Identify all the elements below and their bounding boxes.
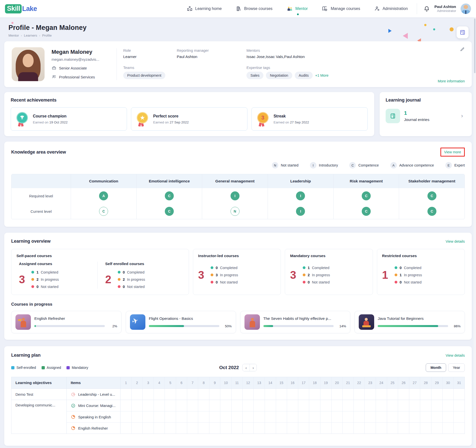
completed-stat: 0Completed [211,266,238,270]
journal-chevron-button[interactable]: › [458,112,466,120]
plan-day-cell [132,389,143,400]
journal-title: Learning journal [386,98,466,103]
legend-introductory: IIntroductory [310,162,338,168]
required-level-row: Required level A C I I C C [11,188,465,204]
day-column-header: 23 [365,377,376,389]
plan-day-cell [365,423,376,434]
plan-day-cell [198,389,209,400]
day-column-header: 11 [232,377,243,389]
achievement-perfect-score[interactable]: ★ Perfect score Earned on 27 Sep 2022 [131,107,247,131]
page-scrollbar[interactable] [474,17,476,448]
more-information-link[interactable]: More information [438,79,465,83]
next-month-button[interactable]: › [250,364,257,371]
nav-administration[interactable]: Administration [374,6,408,12]
day-column-header: 8 [198,377,209,389]
header-journal-button[interactable] [457,26,469,38]
not-started-stat: 0Not started [303,280,330,284]
course-card-seven-habits[interactable]: The Seven Habits of highly effective p..… [240,311,351,333]
notification-bell-icon[interactable] [423,5,430,12]
plan-day-cell [409,389,420,400]
more-tags-link[interactable]: +1 More [315,73,329,77]
earned-date: 27 Sep 2022 [170,120,189,124]
level-badge: C [362,191,371,200]
self-enrolled-courses-group: Self enrolled courses 2 0Completed 2In p… [97,262,183,289]
not-started-dot [118,285,120,288]
course-name: English Refresher [34,316,117,321]
plan-day-cell [120,423,132,434]
course-card-english-refresher[interactable]: English Refresher 2% [11,311,121,333]
plan-day-cell [332,423,343,434]
plan-day-cell [309,411,320,422]
assigned-courses-group: Assigned courses 3 1Completed 2In progre… [16,262,97,289]
plan-day-cell [154,389,165,400]
assigned-total: 3 [19,273,25,286]
course-thumbnail [15,314,31,330]
level-badge: I [296,191,305,200]
confetti-dot [11,22,13,24]
day-column-header: 7 [187,377,198,389]
day-column-header: 16 [287,377,298,389]
month-toggle-button[interactable]: Month [426,363,446,372]
year-toggle-button[interactable]: Year [448,363,465,372]
journal-entries-label: Journal entries [404,117,429,122]
nav-mentor[interactable]: Mentor [287,6,308,12]
teams-label: Teams [123,65,177,70]
plan-day-cell [187,389,198,400]
achievement-course-champion[interactable]: Course champion Earned on 19 Oct 2022 [11,107,127,131]
plan-day-cell [298,423,309,434]
day-column-header: 15 [276,377,287,389]
nav-label: Administration [383,6,408,11]
nav-browse-courses[interactable]: Browse courses [236,6,273,12]
plan-item-mini-course[interactable]: Mini Course: Managi... [67,400,120,411]
learning-plan-view-details[interactable]: View details [446,353,465,357]
prev-month-button[interactable]: ‹ [243,364,250,371]
user-meta[interactable]: Paul Ashton Administrator [434,4,456,13]
level-badge: N [231,207,239,216]
breadcrumb-separator: › [39,34,40,37]
scrollbar-thumb[interactable] [474,18,476,73]
day-column-header: 12 [243,377,254,389]
plan-item-leadership[interactable]: Leadership - Level u... [67,389,120,400]
plan-header-row: Learning objectives Items 12345678910111… [11,377,465,389]
nav-manage-courses[interactable]: Manage courses [322,6,360,12]
day-column-header: 20 [332,377,343,389]
course-card-flight-operations[interactable]: ✈ Flight Operations - Basics 50% [126,311,236,333]
day-column-header: 6 [176,377,187,389]
recent-achievements-card: Recent achievements Course champion Earn… [4,92,374,136]
breadcrumb-mentor[interactable]: Mentor [8,34,19,37]
earned-on-label: Earned on [274,120,289,124]
skilllake-logo[interactable]: Skill Lake [5,4,37,13]
plan-item-english-refresher[interactable]: English Refresher [67,423,120,434]
achievement-streak[interactable]: 3 Streak Earned on 27 Sep 2022 [251,107,368,131]
level-badge: C [165,191,174,200]
month-year-toggle: Month Year [426,363,465,372]
plan-day-cell [443,389,454,400]
view-more-annotation-box: View more [440,148,465,157]
view-more-link[interactable]: View more [444,150,461,154]
plan-subrow: English Refresher [67,422,465,434]
column-leadership: Leadership [268,174,333,188]
level-badge: A [99,191,108,200]
plan-day-cell [298,411,309,422]
in-progress-dot [303,274,305,276]
plan-day-cell [398,411,409,422]
department-icon [52,74,57,79]
learning-overview-view-details[interactable]: View details [446,239,465,243]
plan-day-cell [198,411,209,422]
day-column-header: 1 [120,377,132,389]
plan-day-cell [220,400,232,411]
plan-item-speaking-in-english[interactable]: Speaking in English [67,411,120,422]
plan-day-cell [187,411,198,422]
manager-value: Paul Ashton [177,55,246,59]
plan-day-cell [220,389,232,400]
knowledge-area-card: Knowledge area overview View more NNot s… [4,142,472,227]
plan-day-cell [165,423,176,434]
level-badge: C [99,207,108,216]
course-card-java-tutorial[interactable]: Java Tutorial for Beginners 86% [355,311,465,333]
earned-on-label: Earned on [33,120,48,124]
breadcrumb-learners[interactable]: Learners [24,34,37,37]
user-avatar[interactable] [461,3,471,14]
edit-profile-icon[interactable] [460,47,465,52]
progress-bar [378,325,448,327]
nav-learning-home[interactable]: Learning home [187,6,222,12]
